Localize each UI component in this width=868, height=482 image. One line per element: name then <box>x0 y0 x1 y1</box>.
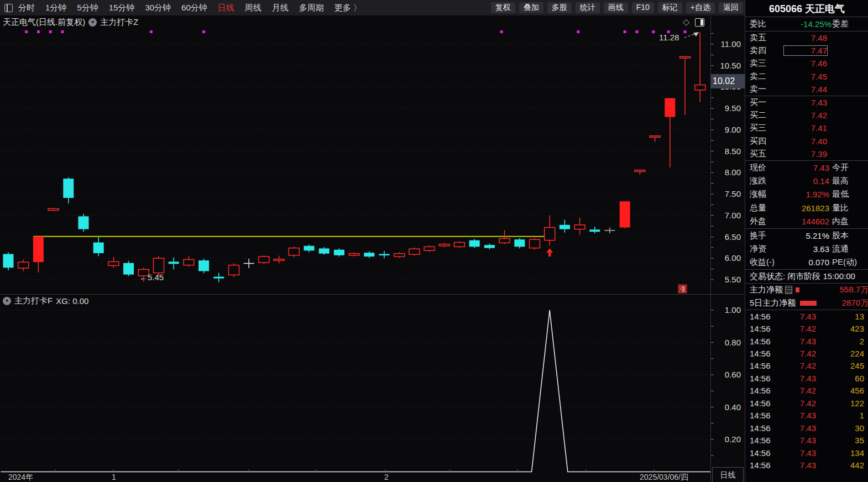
main-y-axis-label: 11.00 <box>721 39 741 49</box>
bid-row[interactable]: 买一7.43 <box>745 96 868 109</box>
main-y-axis-label: 10.50 <box>720 61 741 70</box>
weicha-label: 委差 <box>832 19 864 29</box>
main-net-inflow-row: 主力净额 558.7万 <box>745 284 868 297</box>
level-price[interactable]: 7.45 <box>784 72 827 81</box>
level-price[interactable]: 7.40 <box>784 137 827 146</box>
bottom-period-cell[interactable]: 日线 <box>712 467 744 482</box>
candle <box>319 248 330 253</box>
toolbar-action-button[interactable]: 叠加 <box>519 2 543 13</box>
indicator-dropdown-icon[interactable]: ▾ <box>88 18 97 27</box>
toolbar-action-button[interactable]: 复权 <box>491 2 515 13</box>
level-price[interactable]: 7.39 <box>784 149 827 159</box>
sub-y-axis-label: 0.80 <box>725 338 741 347</box>
signal-dot <box>635 30 638 33</box>
level-price[interactable]: 7.46 <box>784 59 827 68</box>
quote-info-row: 外盘144602内盘 <box>745 214 868 228</box>
tick-volume: 1 <box>816 411 864 420</box>
bid-row[interactable]: 买二7.42 <box>745 109 868 122</box>
level-price[interactable]: 7.42 <box>784 111 827 120</box>
candle <box>589 229 600 232</box>
high-price-annotation: 11.28 <box>659 33 679 42</box>
bid-row[interactable]: 买四7.40 <box>745 135 868 148</box>
detail-doc-icon[interactable] <box>785 286 792 294</box>
sub-y-axis-label: 0.40 <box>725 402 741 412</box>
ask-row[interactable]: 卖五7.48 <box>745 32 868 44</box>
tick-price: 7.42 <box>780 324 816 333</box>
bid-row[interactable]: 买五7.39 <box>745 148 868 160</box>
tick-volume: 2 <box>816 337 864 346</box>
signal-dot <box>202 30 205 33</box>
info-value: 7.43 <box>784 163 829 172</box>
candle <box>184 260 194 265</box>
tick-row: 14:567.4360 <box>745 372 868 384</box>
sub-y-axis-label: 0.20 <box>725 434 741 444</box>
diamond-icon[interactable]: ◇ <box>683 18 689 27</box>
split-panel-icon[interactable] <box>695 18 704 27</box>
info-value: 144602 <box>784 217 829 226</box>
period-tab[interactable]: 多周期 <box>299 3 324 13</box>
candle <box>695 85 705 90</box>
toolbar-action-button[interactable]: 统计 <box>576 2 600 13</box>
info-label: 净资 <box>750 244 784 254</box>
info-value: 0.070 <box>784 258 829 267</box>
level-label: 卖二 <box>750 71 784 82</box>
info-value: 5.21% <box>784 231 829 240</box>
level-price[interactable]: 7.43 <box>784 98 827 107</box>
sub-y-axis-label: 0.60 <box>725 370 741 379</box>
bid-order-book: 买一7.43买二7.42买三7.41买四7.40买五7.39 <box>745 96 868 160</box>
info-label-2: 内盘 <box>832 216 864 227</box>
window-layout-icon[interactable] <box>4 4 13 12</box>
bid-row[interactable]: 买三7.41 <box>745 122 868 134</box>
level-price[interactable]: 7.48 <box>784 33 827 43</box>
period-tab[interactable]: 5分钟 <box>77 3 98 13</box>
ask-row[interactable]: 卖三7.46 <box>745 57 868 70</box>
tick-time: 14:56 <box>750 411 780 420</box>
candle <box>33 237 44 262</box>
signal-dot <box>37 30 40 33</box>
level-price[interactable]: 7.41 <box>784 123 827 133</box>
signal-dot <box>577 30 579 33</box>
candle <box>469 240 480 247</box>
info-label: 外盘 <box>750 216 784 227</box>
info-label: 换手 <box>750 230 784 241</box>
toolbar-action-button[interactable]: 返回 <box>719 2 743 13</box>
toolbar-action-button[interactable]: 标记 <box>658 2 682 13</box>
level-price[interactable]: 7.44 <box>784 85 827 94</box>
tick-time: 14:56 <box>750 386 780 395</box>
period-tabs: 分时1分钟5分钟15分钟30分钟60分钟日线周线月线多周期更多 〉 <box>18 3 362 13</box>
main-y-axis-label: 7.50 <box>725 189 741 198</box>
info-value: 0.14 <box>784 176 829 186</box>
chart-region: 5.506.006.507.007.508.008.509.009.5010.0… <box>0 15 745 482</box>
net-5d-value: 2870万 <box>842 298 868 308</box>
period-tab[interactable]: 1分钟 <box>45 3 66 13</box>
toolbar-action-button[interactable]: 多股 <box>547 2 572 13</box>
info-label-2: 量比 <box>832 203 864 213</box>
tick-trade-list[interactable]: 14:567.431314:567.4242314:567.43214:567.… <box>745 310 868 471</box>
tick-time: 14:56 <box>750 374 780 383</box>
period-tab[interactable]: 分时 <box>18 3 35 13</box>
toolbar-action-button[interactable]: +自选 <box>686 2 715 13</box>
sub-y-axis-label: 1.00 <box>725 305 741 315</box>
tick-row: 14:567.42423 <box>745 322 868 334</box>
period-tab[interactable]: 日线 <box>218 3 234 13</box>
period-tab[interactable]: 15分钟 <box>109 3 135 13</box>
period-tab[interactable]: 30分钟 <box>145 3 171 13</box>
candlestick-chart[interactable]: 5.506.006.507.007.508.008.509.009.5010.0… <box>0 15 745 482</box>
period-tab[interactable]: 60分钟 <box>181 3 207 13</box>
period-tab[interactable]: 月线 <box>272 3 289 13</box>
candle <box>545 227 555 240</box>
tick-volume: 224 <box>816 349 864 358</box>
main-net-label: 主力净额 <box>750 285 783 295</box>
toolbar-action-button[interactable]: F10 <box>632 2 654 13</box>
toolbar-action-button[interactable]: 画线 <box>604 2 628 13</box>
level-price[interactable]: 7.47 <box>784 46 827 55</box>
ask-row[interactable]: 卖二7.45 <box>745 70 868 83</box>
ask-row[interactable]: 卖四7.47 <box>745 44 868 57</box>
ask-row[interactable]: 卖一7.44 <box>745 83 868 96</box>
period-tab[interactable]: 周线 <box>245 3 262 13</box>
indicator-dropdown-icon[interactable]: ▾ <box>3 297 11 305</box>
candle <box>18 262 29 268</box>
chart-corner-icons: ◇ <box>683 18 704 27</box>
period-tab[interactable]: 更多 〉 <box>334 3 362 13</box>
quote-info-grid-2: 换手5.21%股本净资3.63流通收益(-)0.070PE(动) <box>745 229 868 269</box>
